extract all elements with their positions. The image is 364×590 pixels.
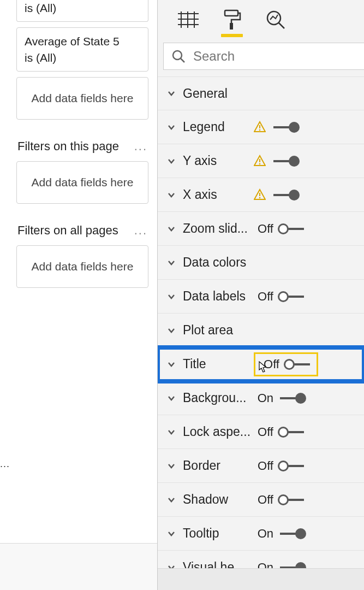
property-row-y-axis[interactable]: Y axis	[158, 144, 364, 178]
search-row[interactable]	[163, 43, 364, 70]
toggle-switch[interactable]	[278, 528, 306, 540]
property-row-data-labels[interactable]: Data labelsOff	[158, 280, 364, 314]
filter-card-value: is (All)	[25, 50, 140, 66]
property-row-x-axis[interactable]: X axis	[158, 178, 364, 212]
svg-rect-7	[230, 23, 233, 30]
property-label: Lock aspe...	[183, 424, 254, 439]
toggle-switch[interactable]	[278, 291, 306, 303]
property-label: Data labels	[183, 289, 254, 304]
tab-analytics[interactable]	[264, 8, 288, 32]
toggle-switch[interactable]	[278, 460, 306, 472]
chevron-down-icon[interactable]	[165, 494, 177, 506]
property-row-backgrou[interactable]: Backgrou...On	[158, 381, 364, 415]
property-row-lock-aspe[interactable]: Lock aspe...Off	[158, 415, 364, 449]
property-row-plot-area[interactable]: Plot area	[158, 314, 364, 347]
toggle-state-label: Off	[254, 425, 273, 439]
svg-point-17	[259, 163, 261, 164]
chevron-down-icon[interactable]	[165, 392, 177, 404]
toggle-state-label: Off	[254, 459, 273, 473]
toggle-state-label: Off	[260, 357, 279, 371]
chevron-down-icon[interactable]	[165, 87, 177, 99]
chevron-down-icon[interactable]	[165, 155, 177, 167]
search-input[interactable]	[193, 49, 356, 64]
more-icon[interactable]: ...	[134, 139, 148, 154]
property-label: X axis	[183, 187, 254, 202]
toggle-switch[interactable]	[278, 562, 306, 569]
warning-icon	[254, 121, 267, 134]
app-root: is (All) Average of State 5 is (All) Add…	[0, 0, 364, 590]
format-pane: GeneralLegendY axisX axisZoom slid...Off…	[158, 0, 364, 590]
filter-card[interactable]: is (All)	[16, 0, 148, 22]
tab-fields[interactable]	[176, 8, 200, 32]
chevron-down-icon[interactable]	[165, 528, 177, 540]
section-title: Filters on this page	[17, 139, 119, 154]
filters-pane: is (All) Average of State 5 is (All) Add…	[0, 0, 158, 590]
dropzone-label: Add data fields here	[32, 260, 134, 273]
toggle-switch[interactable]	[271, 121, 300, 133]
property-row-general[interactable]: General	[158, 76, 364, 110]
property-row-zoom-slid[interactable]: Zoom slid...Off	[158, 212, 364, 246]
filter-dropzone-all[interactable]: Add data fields here	[16, 245, 148, 288]
chevron-down-icon[interactable]	[165, 460, 177, 472]
toggle-switch[interactable]	[271, 189, 300, 201]
toggle-state-label: Off	[254, 222, 273, 236]
toggle-switch[interactable]	[278, 494, 306, 506]
toggle-switch[interactable]	[278, 223, 306, 235]
svg-point-8	[267, 11, 281, 25]
title-toggle-highlight: Off	[254, 352, 318, 376]
chevron-down-icon[interactable]	[165, 257, 177, 269]
property-label: Legend	[183, 120, 254, 134]
tab-format[interactable]	[220, 8, 244, 32]
chevron-down-icon[interactable]	[165, 562, 177, 569]
property-row-border[interactable]: BorderOff	[158, 449, 364, 483]
toggle-state-label: On	[254, 527, 273, 541]
chevron-down-icon[interactable]	[165, 223, 177, 235]
property-row-shadow[interactable]: ShadowOff	[158, 483, 364, 517]
toggle-state-label: Off	[254, 290, 273, 304]
property-label: Y axis	[183, 154, 254, 168]
filters-page-header: Filters on this page ...	[17, 139, 148, 154]
filter-card-title: Average of State 5	[25, 33, 140, 49]
chevron-down-icon[interactable]	[165, 358, 177, 370]
dropzone-label: Add data fields here	[32, 176, 134, 189]
format-footer	[158, 568, 364, 590]
property-label: Visual he...	[183, 560, 254, 568]
property-list: GeneralLegendY axisX axisZoom slid...Off…	[158, 73, 364, 568]
toggle-state-label: On	[254, 391, 273, 405]
chevron-down-icon[interactable]	[165, 291, 177, 303]
svg-rect-6	[225, 10, 238, 16]
chevron-down-icon[interactable]	[165, 121, 177, 133]
analytics-icon	[266, 10, 285, 30]
warning-icon	[254, 188, 267, 202]
filter-card[interactable]: Average of State 5 is (All)	[16, 27, 148, 72]
property-row-visual-he[interactable]: Visual he...On	[158, 551, 364, 568]
paint-roller-icon	[223, 9, 241, 30]
more-icon[interactable]: ...	[134, 223, 148, 238]
property-label: Border	[183, 458, 254, 473]
filter-card-value: is (All)	[25, 0, 140, 16]
filter-dropzone-page[interactable]: Add data fields here	[16, 161, 148, 204]
svg-point-14	[259, 129, 261, 131]
chevron-down-icon[interactable]	[165, 324, 177, 337]
filter-dropzone-visual[interactable]: Add data fields here	[16, 77, 148, 120]
chevron-down-icon[interactable]	[165, 426, 177, 438]
property-row-tooltip[interactable]: TooltipOn	[158, 517, 364, 551]
property-label: Plot area	[183, 323, 254, 338]
property-row-data-colors[interactable]: Data colors	[158, 246, 364, 280]
property-row-title[interactable]: TitleOff	[158, 347, 364, 381]
warning-icon	[254, 155, 267, 168]
property-label: Backgrou...	[183, 391, 254, 405]
property-label: Title	[183, 357, 254, 371]
property-label: Tooltip	[183, 526, 254, 541]
property-row-legend[interactable]: Legend	[158, 110, 364, 144]
chevron-down-icon[interactable]	[165, 189, 177, 201]
toggle-switch[interactable]	[278, 392, 306, 404]
svg-line-9	[279, 23, 284, 28]
toggle-switch[interactable]	[271, 155, 300, 167]
toggle-switch[interactable]	[278, 426, 306, 438]
bottom-bar	[0, 543, 157, 590]
section-title: Filters on all pages	[17, 223, 118, 238]
property-label: Data colors	[183, 255, 254, 270]
search-icon	[171, 49, 186, 63]
toggle-switch[interactable]	[284, 358, 312, 370]
